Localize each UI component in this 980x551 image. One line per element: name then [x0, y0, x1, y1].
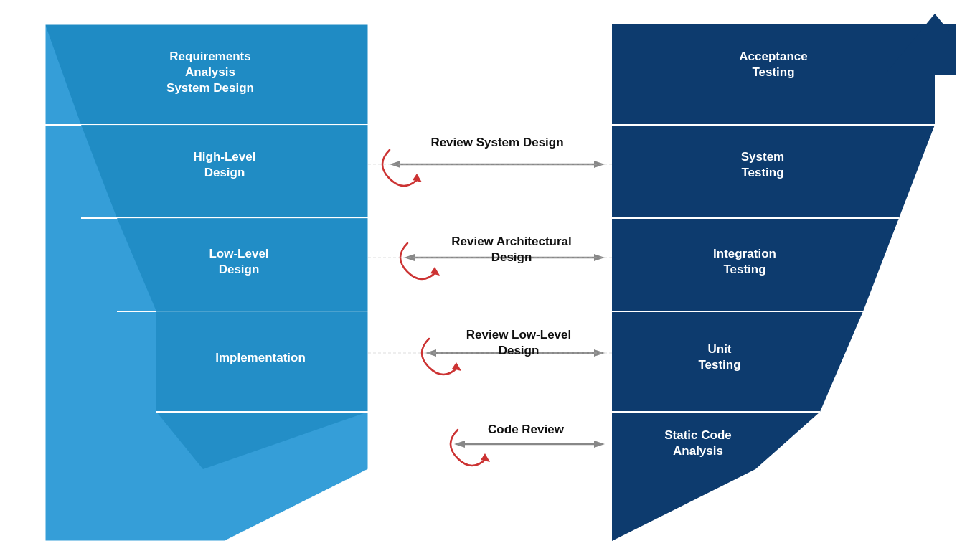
svg-text:Integration: Integration	[713, 247, 776, 260]
svg-text:Review System Design: Review System Design	[430, 136, 563, 149]
svg-text:Unit: Unit	[707, 342, 731, 356]
svg-text:Review Low-Level: Review Low-Level	[466, 328, 571, 342]
svg-text:High-Level: High-Level	[194, 150, 256, 164]
svg-text:Acceptance: Acceptance	[739, 50, 807, 63]
svg-text:Low-Level: Low-Level	[209, 247, 268, 260]
svg-text:Testing: Testing	[741, 166, 783, 179]
svg-text:System: System	[741, 150, 784, 164]
svg-marker-21	[612, 469, 755, 541]
svg-text:System Design: System Design	[166, 81, 254, 95]
svg-text:Static Code: Static Code	[664, 428, 732, 442]
svg-text:Testing: Testing	[698, 358, 740, 372]
svg-text:Code Review: Code Review	[488, 423, 565, 436]
svg-text:Implementation: Implementation	[215, 351, 306, 364]
svg-text:Design: Design	[491, 250, 532, 264]
svg-text:Testing: Testing	[752, 65, 794, 79]
svg-text:Testing: Testing	[723, 263, 765, 276]
svg-text:Requirements: Requirements	[169, 50, 250, 63]
svg-text:Review Architectural: Review Architectural	[451, 235, 572, 248]
svg-text:Design: Design	[204, 166, 245, 179]
svg-text:Analysis: Analysis	[673, 444, 723, 458]
v-model-diagram: Requirements Analysis System Design High…	[24, 10, 956, 541]
svg-text:Design: Design	[219, 263, 260, 276]
svg-text:Design: Design	[499, 344, 540, 357]
svg-text:Analysis: Analysis	[185, 65, 235, 79]
